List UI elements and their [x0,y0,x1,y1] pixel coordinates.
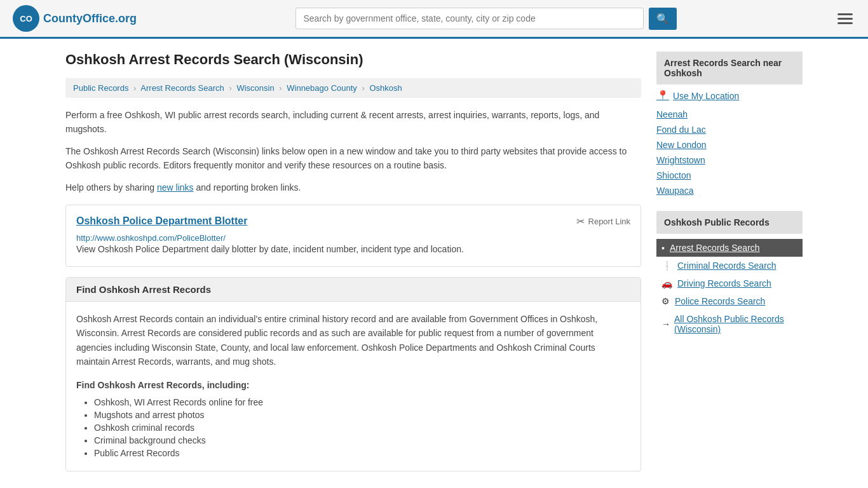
breadcrumb: Public Records › Arrest Records Search ›… [65,78,641,98]
list-item: Oshkosh criminal records [94,423,630,433]
desc-para3-prefix: Help others by sharing [65,182,157,193]
report-icon: ✂ [576,215,585,227]
breadcrumb-public-records[interactable]: Public Records [73,83,128,93]
criminal-records-link[interactable]: Criminal Records Search [677,261,776,271]
arrest-records-icon: ▪ [661,243,665,253]
sidebar: Arrest Records Search near Oshkosh 📍 Use… [656,51,803,471]
driving-records-link[interactable]: Driving Records Search [677,278,771,288]
location-pin-icon: 📍 [656,90,669,102]
use-my-location[interactable]: 📍 Use My Location [656,90,803,102]
menu-bar-3 [837,22,853,24]
all-records-link-container: → All Oshkosh Public Records (Wisconsin) [656,310,803,338]
sidebar-location-fonddulac[interactable]: Fond du Lac [656,125,706,135]
search-area: 🔍 [295,8,677,30]
criminal-records-icon: ❕ [661,261,672,271]
police-records-icon: ⚙ [661,296,670,306]
menu-button[interactable] [835,11,855,27]
search-icon: 🔍 [656,13,669,24]
main-container: Oshkosh Arrest Records Search (Wisconsin… [53,39,815,484]
resource-description: View Oshkosh Police Department daily blo… [76,243,630,256]
find-records-section: Find Oshkosh Arrest Records Oshkosh Arre… [65,277,641,471]
list-item: Wrightstown [656,152,803,168]
find-records-body: Oshkosh Arrest Records contain an indivi… [66,302,641,471]
sidebar-location-shiocton[interactable]: Shiocton [656,170,691,180]
sidebar-public-records-section: Oshkosh Public Records ▪ Arrest Records … [656,211,803,338]
find-records-list-title: Find Oshkosh Arrest Records, including: [76,378,630,392]
find-records-list: Oshkosh, WI Arrest Records online for fr… [76,397,630,458]
list-item: Waupaca [656,183,803,198]
menu-bar-1 [837,13,853,15]
list-item: Shiocton [656,168,803,183]
find-records-para: Oshkosh Arrest Records contain an indivi… [76,312,630,369]
search-input[interactable] [295,8,644,29]
all-records-link[interactable]: All Oshkosh Public Records (Wisconsin) [674,314,797,334]
sidebar-item-police-records[interactable]: ⚙ Police Records Search [656,292,803,310]
breadcrumb-sep-3: › [279,83,281,93]
logo-name: CountyOffice [43,12,115,25]
driving-records-icon: 🚗 [661,278,672,288]
search-button[interactable]: 🔍 [649,8,677,30]
logo-suffix: .org [115,12,137,25]
report-link-button[interactable]: ✂ Report Link [576,215,630,227]
resource-title-link[interactable]: Oshkosh Police Department Blotter [76,215,247,227]
desc-para3-suffix: and reporting broken links. [194,182,301,193]
sidebar-location-wrightstown[interactable]: Wrightstown [656,155,705,165]
public-records-list: ▪ Arrest Records Search ❕ Criminal Recor… [656,239,803,310]
menu-bar-2 [837,18,853,20]
sidebar-item-driving-records[interactable]: 🚗 Driving Records Search [656,274,803,292]
nearby-locations-list: Neenah Fond du Lac New London Wrightstow… [656,107,803,198]
sidebar-nearby-title: Arrest Records Search near Oshkosh [656,51,803,85]
list-item: Oshkosh, WI Arrest Records online for fr… [94,397,630,407]
logo-area: CO CountyOffice.org [13,5,137,32]
sidebar-item-arrest-records[interactable]: ▪ Arrest Records Search [656,239,803,257]
logo-text: CountyOffice.org [43,12,137,25]
page-title: Oshkosh Arrest Records Search (Wisconsin… [65,51,641,68]
list-item: Neenah [656,107,803,122]
police-records-link[interactable]: Police Records Search [675,296,765,306]
breadcrumb-winnebago[interactable]: Winnebago County [287,83,357,93]
description-para2: The Oshkosh Arrest Records Search (Wisco… [65,144,641,173]
list-item: Fond du Lac [656,122,803,137]
breadcrumb-oshkosh[interactable]: Oshkosh [369,83,402,93]
breadcrumb-sep-1: › [133,83,136,93]
list-item: Mugshots and arrest photos [94,410,630,420]
breadcrumb-arrest-records[interactable]: Arrest Records Search [140,83,224,93]
content-area: Oshkosh Arrest Records Search (Wisconsin… [65,51,641,471]
header: CO CountyOffice.org 🔍 [0,0,868,39]
logo-icon: CO [13,5,39,32]
new-links-link[interactable]: new links [157,182,194,193]
list-item: Criminal background checks [94,435,630,445]
resource-card: Oshkosh Police Department Blotter ✂ Repo… [65,205,641,267]
breadcrumb-sep-4: › [362,83,364,93]
svg-text:CO: CO [20,14,32,24]
breadcrumb-sep-2: › [229,83,231,93]
find-records-header: Find Oshkosh Arrest Records [66,278,641,302]
sidebar-public-records-title-text: Oshkosh Public Records [664,217,770,227]
sidebar-nearby-section: Arrest Records Search near Oshkosh 📍 Use… [656,51,803,198]
description-para1: Perform a free Oshkosh, WI public arrest… [65,108,641,137]
list-item: New London [656,137,803,152]
report-link-label: Report Link [588,217,630,226]
arrest-records-link[interactable]: Arrest Records Search [670,243,760,253]
sidebar-public-records-title: Oshkosh Public Records [656,211,803,234]
arrow-right-icon: → [661,319,670,329]
sidebar-location-newlondon[interactable]: New London [656,140,707,150]
list-item: Public Arrest Records [94,448,630,458]
sidebar-location-neenah[interactable]: Neenah [656,109,688,119]
sidebar-item-criminal-records[interactable]: ❕ Criminal Records Search [656,257,803,274]
sidebar-location-waupaca[interactable]: Waupaca [656,186,694,196]
breadcrumb-wisconsin[interactable]: Wisconsin [236,83,274,93]
resource-card-header: Oshkosh Police Department Blotter ✂ Repo… [76,215,630,227]
resource-url-link[interactable]: http://www.oshkoshpd.com/PoliceBlotter/ [76,233,226,243]
description-para3: Help others by sharing new links and rep… [65,180,641,194]
use-my-location-label: Use My Location [673,91,739,101]
sidebar-nearby-title-text: Arrest Records Search near Oshkosh [664,58,782,78]
